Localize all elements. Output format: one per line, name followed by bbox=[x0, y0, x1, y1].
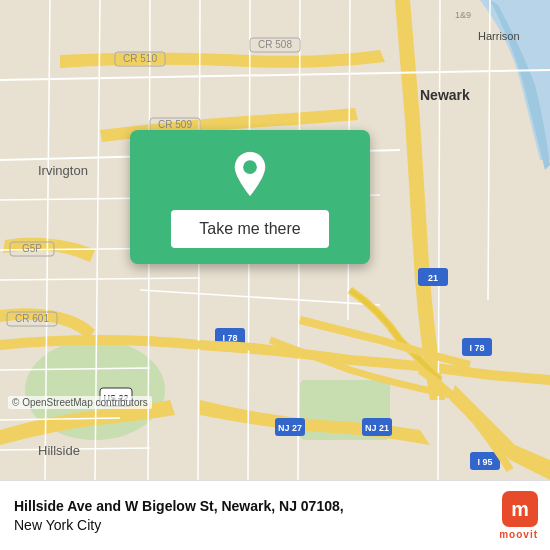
svg-text:NJ 21: NJ 21 bbox=[365, 423, 389, 433]
take-me-there-button[interactable]: Take me there bbox=[171, 210, 328, 248]
svg-text:G5P: G5P bbox=[22, 243, 42, 254]
svg-text:Harrison: Harrison bbox=[478, 30, 520, 42]
svg-text:1&9: 1&9 bbox=[455, 10, 471, 20]
moovit-logo: m moovit bbox=[499, 491, 538, 540]
svg-point-50 bbox=[243, 160, 257, 174]
bottom-bar: Hillside Ave and W Bigelow St, Newark, N… bbox=[0, 480, 550, 550]
map-pin-icon bbox=[226, 150, 274, 198]
svg-text:NJ 27: NJ 27 bbox=[278, 423, 302, 433]
svg-text:CR 508: CR 508 bbox=[258, 39, 292, 50]
location-card: Take me there bbox=[130, 130, 370, 264]
moovit-label: moovit bbox=[499, 529, 538, 540]
svg-text:m: m bbox=[511, 498, 529, 520]
moovit-icon: m bbox=[502, 491, 538, 527]
map-container: CR 508 CR 510 CR 509 G5P CR 601 I 78 21 … bbox=[0, 0, 550, 480]
svg-text:CR 510: CR 510 bbox=[123, 53, 157, 64]
address-block: Hillside Ave and W Bigelow St, Newark, N… bbox=[14, 497, 344, 533]
svg-text:I 78: I 78 bbox=[469, 343, 484, 353]
svg-text:21: 21 bbox=[428, 273, 438, 283]
svg-text:Irvington: Irvington bbox=[38, 163, 88, 178]
svg-text:CR 601: CR 601 bbox=[15, 313, 49, 324]
svg-text:Newark: Newark bbox=[420, 87, 470, 103]
address-line2: New York City bbox=[14, 516, 344, 534]
openstreetmap-credit: © OpenStreetMap contributors bbox=[8, 396, 152, 409]
svg-text:CR 509: CR 509 bbox=[158, 119, 192, 130]
svg-text:I 95: I 95 bbox=[477, 457, 492, 467]
svg-text:Hillside: Hillside bbox=[38, 443, 80, 458]
address-line1: Hillside Ave and W Bigelow St, Newark, N… bbox=[14, 497, 344, 515]
